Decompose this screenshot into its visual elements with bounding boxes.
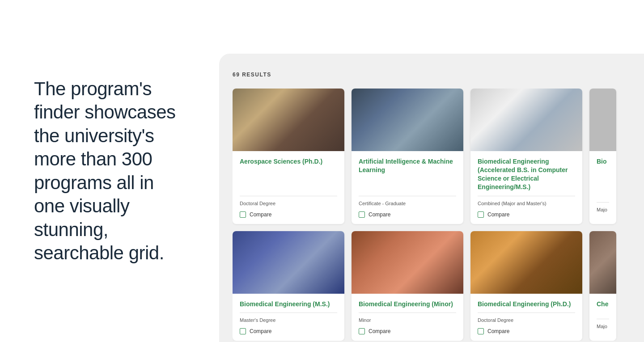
program-card-aerospace: Aerospace Sciences (Ph.D.)Doctoral Degre…	[233, 89, 344, 224]
card-degree-biomed-minor: Minor	[359, 312, 456, 323]
compare-checkbox-biomed-ms[interactable]	[240, 328, 246, 334]
programs-grid: Aerospace Sciences (Ph.D.)Doctoral Degre…	[233, 89, 631, 341]
card-image-che-partial	[589, 231, 616, 294]
card-compare-biomed-ms[interactable]: Compare	[240, 328, 337, 334]
compare-label-ai-ml: Compare	[369, 211, 390, 218]
left-panel: The program's finder showcases the unive…	[0, 0, 219, 342]
right-panel: 69 RESULTS Aerospace Sciences (Ph.D.)Doc…	[219, 54, 644, 342]
card-degree-aerospace: Doctoral Degree	[240, 196, 337, 206]
compare-label-aerospace: Compare	[250, 211, 271, 218]
card-degree-biomed-partial: Majo	[597, 202, 609, 212]
program-card-biomed-phd: Biomedical Engineering (Ph.D.)Doctoral D…	[470, 231, 582, 341]
card-image-aerospace	[233, 89, 344, 151]
card-title-che-partial[interactable]: Che	[597, 300, 609, 315]
compare-label-biomed-phd: Compare	[487, 328, 509, 334]
compare-checkbox-biomed-accel[interactable]	[478, 211, 484, 218]
card-compare-biomed-phd[interactable]: Compare	[478, 328, 575, 334]
card-degree-biomed-phd: Doctoral Degree	[478, 312, 575, 323]
card-title-biomed-accel[interactable]: Biomedical Engineering (Accelerated B.S.…	[478, 157, 575, 191]
card-title-biomed-ms[interactable]: Biomedical Engineering (M.S.)	[240, 300, 337, 308]
program-card-biomed-minor: Biomedical Engineering (Minor)MinorCompa…	[352, 231, 463, 341]
card-image-biomed-phd	[470, 231, 582, 294]
program-card-biomed-ms: Biomedical Engineering (M.S.)Master's De…	[233, 231, 344, 341]
card-compare-aerospace[interactable]: Compare	[240, 211, 337, 218]
card-title-biomed-phd[interactable]: Biomedical Engineering (Ph.D.)	[478, 300, 575, 308]
program-card-biomed-accel: Biomedical Engineering (Accelerated B.S.…	[470, 89, 582, 224]
card-degree-che-partial: Majo	[597, 319, 609, 329]
compare-checkbox-ai-ml[interactable]	[359, 211, 365, 218]
card-image-biomed-ms	[233, 231, 344, 294]
compare-label-biomed-minor: Compare	[369, 328, 390, 334]
card-image-ai-ml	[352, 89, 463, 151]
card-image-biomed-minor	[352, 231, 463, 294]
card-degree-ai-ml: Certificate - Graduate	[359, 196, 456, 206]
compare-checkbox-aerospace[interactable]	[240, 211, 246, 218]
card-title-ai-ml[interactable]: Artificial Intelligence & Machine Learni…	[359, 157, 456, 191]
compare-label-biomed-accel: Compare	[487, 211, 509, 218]
compare-label-biomed-ms: Compare	[250, 328, 271, 334]
card-image-biomed-accel	[470, 89, 582, 151]
card-title-biomed-minor[interactable]: Biomedical Engineering (Minor)	[359, 300, 456, 308]
card-title-aerospace[interactable]: Aerospace Sciences (Ph.D.)	[240, 157, 337, 191]
program-card-biomed-partial: BioMajo	[589, 89, 616, 224]
card-degree-biomed-accel: Combined (Major and Master's)	[478, 196, 575, 206]
card-compare-biomed-accel[interactable]: Compare	[478, 211, 575, 218]
hero-text: The program's finder showcases the unive…	[34, 77, 185, 265]
compare-checkbox-biomed-minor[interactable]	[359, 328, 365, 334]
program-card-ai-ml: Artificial Intelligence & Machine Learni…	[352, 89, 463, 224]
card-compare-ai-ml[interactable]: Compare	[359, 211, 456, 218]
card-compare-biomed-minor[interactable]: Compare	[359, 328, 456, 334]
card-image-biomed-partial	[589, 89, 616, 151]
card-degree-biomed-ms: Master's Degree	[240, 312, 337, 323]
results-count: 69 RESULTS	[233, 72, 631, 78]
compare-checkbox-biomed-phd[interactable]	[478, 328, 484, 334]
card-title-biomed-partial[interactable]: Bio	[597, 157, 609, 198]
program-card-che-partial: CheMajo	[589, 231, 616, 341]
